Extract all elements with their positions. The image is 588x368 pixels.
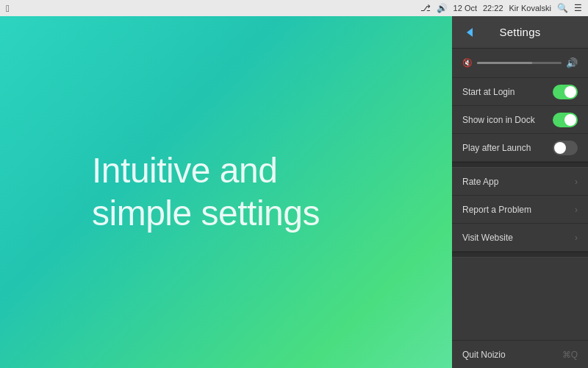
setting-row-play-after-launch: Play after Launch <box>452 134 588 162</box>
menubar-menu-icon[interactable]: ☰ <box>574 3 582 13</box>
setting-row-start-at-login: Start at Login <box>452 78 588 106</box>
setting-row-visit-website[interactable]: Visit Website › <box>452 224 588 252</box>
play-after-launch-label: Play after Launch <box>462 143 531 153</box>
quit-shortcut: ⌘Q <box>562 350 578 360</box>
show-icon-dock-label: Show icon in Dock <box>462 115 535 125</box>
setting-row-show-icon-dock: Show icon in Dock <box>452 106 588 134</box>
visit-website-chevron-icon: › <box>575 233 578 243</box>
volume-row: 🔇 🔊 <box>452 49 588 78</box>
back-button[interactable] <box>461 24 478 41</box>
volume-mute-icon: 🔇 <box>462 58 473 68</box>
menubar-volume-icon[interactable]: 🔊 <box>437 3 448 13</box>
settings-panel: Settings 🔇 🔊 Start at Login Show icon in… <box>452 16 588 368</box>
report-problem-label: Report a Problem <box>462 205 531 215</box>
quit-label: Quit Noizio <box>462 350 506 360</box>
settings-rows: Start at Login Show icon in Dock Play af… <box>452 78 588 340</box>
start-at-login-toggle-knob <box>564 86 576 98</box>
hero-line2: simple settings <box>92 194 320 233</box>
show-icon-dock-toggle-knob <box>564 114 576 126</box>
report-problem-chevron-icon: › <box>575 205 578 215</box>
visit-website-label: Visit Website <box>462 233 513 243</box>
hero-section: Intuitive and simple settings <box>0 16 382 368</box>
menubar-search-icon[interactable]: 🔍 <box>557 3 568 13</box>
menubar-time: 22:22 <box>483 4 503 13</box>
volume-fill <box>477 62 532 64</box>
menubar-user: Kir Kovalski <box>509 4 551 13</box>
section-separator-1 <box>452 162 588 168</box>
menu-bar:  ⎇ 🔊 12 Oct 22:22 Kir Kovalski 🔍 ☰ <box>0 0 588 16</box>
menu-bar-left:  <box>6 3 10 14</box>
start-at-login-toggle[interactable] <box>553 85 578 99</box>
settings-header: Settings <box>452 16 588 49</box>
apple-icon[interactable]:  <box>6 3 10 14</box>
start-at-login-label: Start at Login <box>462 87 514 97</box>
section-separator-2 <box>452 252 588 258</box>
rate-app-chevron-icon: › <box>575 177 578 187</box>
rate-app-label: Rate App <box>462 177 498 187</box>
settings-title: Settings <box>500 26 541 38</box>
menubar-date: 12 Oct <box>453 4 477 13</box>
hero-line1: Intuitive and <box>92 151 277 190</box>
play-after-launch-toggle[interactable] <box>553 141 578 155</box>
play-after-launch-toggle-knob <box>554 142 566 154</box>
volume-high-icon: 🔊 <box>566 57 578 68</box>
quit-row[interactable]: Quit Noizio ⌘Q <box>452 340 588 368</box>
setting-row-rate-app[interactable]: Rate App › <box>452 168 588 196</box>
volume-slider[interactable] <box>477 62 562 64</box>
menubar-keyboard-icon: ⎇ <box>420 3 431 13</box>
show-icon-dock-toggle[interactable] <box>553 113 578 127</box>
menu-bar-right: ⎇ 🔊 12 Oct 22:22 Kir Kovalski 🔍 ☰ <box>420 3 582 13</box>
setting-row-report-problem[interactable]: Report a Problem › <box>452 196 588 224</box>
back-chevron-icon <box>467 28 473 37</box>
